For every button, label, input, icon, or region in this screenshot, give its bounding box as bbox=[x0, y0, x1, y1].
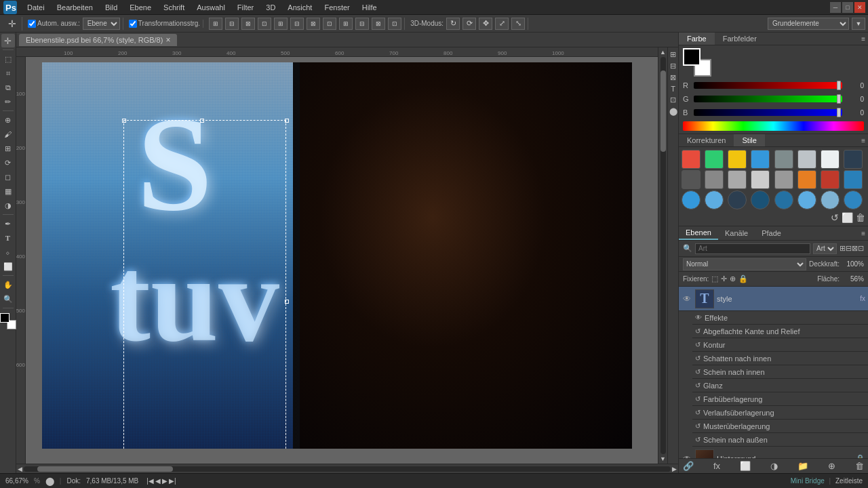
maximize-button[interactable]: □ bbox=[842, 2, 853, 13]
distribute-center-v-button[interactable]: ⊠ bbox=[372, 18, 385, 30]
yellow-swatch[interactable] bbox=[728, 150, 747, 169]
canvas-tab-item[interactable]: Ebenenstile.psd bei 66,7% (style, RGB/8)… bbox=[19, 34, 177, 46]
workspace-select[interactable]: Grundelemente bbox=[768, 18, 849, 30]
layer-fx-badge[interactable]: fx bbox=[860, 295, 865, 302]
opacity-value[interactable]: 100% bbox=[842, 260, 864, 268]
play-button[interactable]: ▶ bbox=[162, 477, 167, 485]
skip-start-button[interactable]: |◀ bbox=[146, 477, 154, 485]
menu-bearbeiten[interactable]: Bearbeiten bbox=[52, 2, 98, 13]
menu-filter[interactable]: Filter bbox=[232, 2, 259, 13]
effect-glow-in[interactable]: ↺ Schein nach innen bbox=[692, 365, 868, 379]
dred-swatch[interactable] bbox=[821, 170, 840, 189]
distribute-left-button[interactable]: ⊠ bbox=[307, 18, 320, 30]
effect-muster-overlay[interactable]: ↺ Musterüberlagerung bbox=[692, 420, 868, 433]
dark-swatch[interactable] bbox=[844, 150, 863, 169]
horizontal-scrollbar[interactable]: ◀ ▶ bbox=[16, 464, 678, 473]
g-slider[interactable] bbox=[694, 96, 842, 102]
scroll-down-arrow[interactable]: ▼ bbox=[660, 455, 666, 462]
mgray1-swatch[interactable] bbox=[705, 170, 724, 189]
tab-close-button[interactable]: × bbox=[165, 35, 170, 45]
layers-search-input[interactable] bbox=[695, 243, 810, 254]
move-tool-icon[interactable]: ✛ bbox=[5, 17, 19, 30]
zoom-icon[interactable]: ⬤ bbox=[45, 476, 54, 486]
mblue-swatch[interactable] bbox=[682, 190, 701, 209]
dblue-swatch[interactable] bbox=[844, 170, 863, 189]
lock-pixels-icon[interactable]: ⬚ bbox=[711, 274, 718, 283]
bevel-vis[interactable]: ↺ bbox=[695, 327, 701, 335]
glow-out-vis[interactable]: ↺ bbox=[695, 436, 701, 443]
mgray2-swatch[interactable] bbox=[774, 170, 793, 189]
layer-vis-style[interactable]: 👁 bbox=[682, 294, 692, 304]
effect-glanz[interactable]: ↺ Glanz bbox=[692, 379, 868, 392]
effect-bevel[interactable]: ↺ Abgeflachte Kante und Relief bbox=[692, 325, 868, 338]
hand-tool[interactable]: ✋ bbox=[1, 278, 15, 291]
red-swatch[interactable] bbox=[682, 150, 701, 169]
r-slider-thumb[interactable] bbox=[837, 81, 841, 90]
effect-farb-overlay[interactable]: ↺ Farbüberlagerung bbox=[692, 392, 868, 406]
style-new-icon[interactable]: ⬜ bbox=[842, 212, 853, 223]
workspace-expand-button[interactable]: ▼ bbox=[852, 18, 865, 30]
align-left-button[interactable]: ⊞ bbox=[209, 18, 222, 30]
fg-bg-swatches[interactable] bbox=[683, 48, 711, 77]
3d-rotate-button[interactable]: ↻ bbox=[446, 18, 460, 30]
nav-swatch[interactable] bbox=[728, 190, 747, 209]
gradient-tool[interactable]: ▦ bbox=[1, 184, 15, 198]
effect-shadow-in[interactable]: ↺ Schatten nach innen bbox=[692, 352, 868, 365]
layers-filter-icons[interactable]: ⊞⊟⊠⊡ bbox=[840, 244, 864, 253]
distribute-top-button[interactable]: ⊟ bbox=[355, 18, 369, 30]
mini-bridge-link[interactable]: Mini Bridge bbox=[791, 477, 825, 485]
mblue2-swatch[interactable] bbox=[844, 190, 863, 209]
h-scroll-thumb[interactable] bbox=[37, 466, 173, 472]
lock-artboard-icon[interactable]: ⊕ bbox=[730, 274, 736, 283]
menu-ebene[interactable]: Ebene bbox=[124, 2, 157, 13]
move-tool[interactable]: ✛ bbox=[1, 34, 15, 47]
menu-fenster[interactable]: Fenster bbox=[319, 2, 355, 13]
menu-schrift[interactable]: Schrift bbox=[158, 2, 190, 13]
verlauf-vis[interactable]: ↺ bbox=[695, 409, 701, 416]
effect-kontur[interactable]: ↺ Kontur bbox=[692, 338, 868, 352]
3d-pan-button[interactable]: ✥ bbox=[479, 18, 492, 30]
gray1-swatch[interactable] bbox=[774, 150, 793, 169]
minimize-button[interactable]: ─ bbox=[830, 2, 841, 13]
history-tool[interactable]: ⟳ bbox=[1, 156, 15, 169]
layer-styles-icon[interactable]: fx bbox=[713, 461, 720, 471]
layers-filter-select[interactable]: Art bbox=[813, 243, 837, 254]
selection-handle-mr[interactable] bbox=[285, 300, 289, 304]
distribute-right-button[interactable]: ⊞ bbox=[339, 18, 353, 30]
layer-item-hintergrund[interactable]: 👁 Hintergrund 🔒 bbox=[679, 447, 868, 458]
3d-roll-button[interactable]: ⟳ bbox=[462, 18, 476, 30]
v-scroll-thumb[interactable] bbox=[660, 70, 666, 152]
menu-ansicht[interactable]: Ansicht bbox=[282, 2, 317, 13]
menu-auswahl[interactable]: Auswahl bbox=[191, 2, 231, 13]
effects-vis-icon[interactable]: 👁 bbox=[695, 314, 702, 321]
selection-handle-tr[interactable] bbox=[285, 119, 289, 123]
dodge-tool[interactable]: ◑ bbox=[1, 199, 15, 212]
orange-swatch[interactable] bbox=[797, 170, 816, 189]
crop-tool[interactable]: ⧉ bbox=[1, 81, 15, 94]
dnavy-swatch[interactable] bbox=[751, 190, 770, 209]
3d-scale-button[interactable]: ⤡ bbox=[511, 18, 525, 30]
lblue1-swatch[interactable] bbox=[705, 190, 724, 209]
group-layers-icon[interactable]: 📁 bbox=[797, 461, 808, 471]
v-scroll-track[interactable] bbox=[660, 57, 666, 454]
layers-panel-menu-btn[interactable]: ≡ bbox=[861, 229, 868, 237]
eraser-tool[interactable]: ◻ bbox=[1, 170, 15, 184]
brush-tool[interactable]: 🖌 bbox=[1, 127, 15, 141]
h-scroll-track[interactable] bbox=[24, 466, 671, 472]
gray2-swatch[interactable] bbox=[797, 150, 816, 169]
tab-kanale[interactable]: Kanäle bbox=[718, 227, 755, 239]
style-delete-icon[interactable]: 🗑 bbox=[856, 212, 865, 223]
style-reset-icon[interactable]: ↺ bbox=[831, 212, 839, 223]
zoom-tool[interactable]: 🔍 bbox=[1, 292, 15, 306]
foreground-color-swatch[interactable] bbox=[0, 313, 9, 323]
auto-select-checkbox[interactable] bbox=[28, 20, 36, 28]
auto-select-dropdown[interactable]: Ebene bbox=[83, 18, 120, 30]
layer-mode-select[interactable]: Normal bbox=[683, 258, 806, 270]
color-spectrum-bar[interactable] bbox=[683, 121, 864, 131]
tab-ebenen[interactable]: Ebenen bbox=[679, 226, 718, 240]
tab-farbfelder[interactable]: Farbfelder bbox=[715, 33, 765, 45]
lgray1-swatch[interactable] bbox=[728, 170, 747, 189]
lock-move-icon[interactable]: ✛ bbox=[721, 274, 727, 283]
muster-vis[interactable]: ↺ bbox=[695, 422, 701, 430]
layer-item-style[interactable]: 👁 T style fx bbox=[679, 287, 868, 311]
